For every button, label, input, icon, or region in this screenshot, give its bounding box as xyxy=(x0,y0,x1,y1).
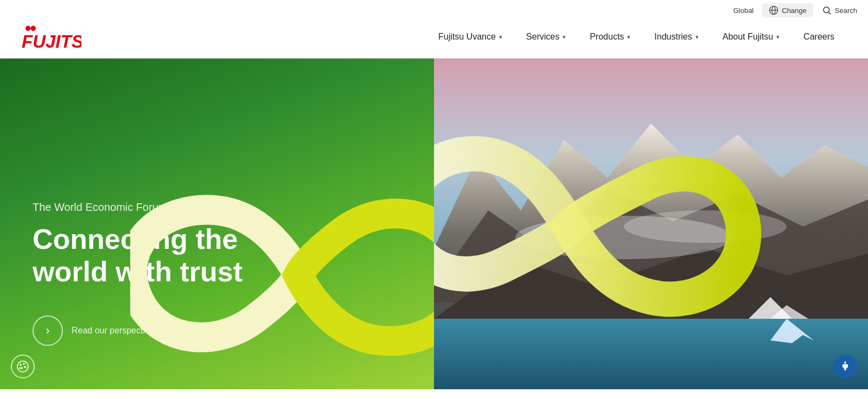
cookie-icon xyxy=(16,360,29,373)
infinity-symbol-left xyxy=(130,162,467,389)
svg-point-6 xyxy=(31,25,36,30)
svg-point-9 xyxy=(20,364,21,365)
nav-item-industries[interactable]: Industries ▾ xyxy=(642,17,710,58)
svg-line-4 xyxy=(828,12,831,14)
search-button[interactable]: Search xyxy=(822,5,857,15)
globe-icon xyxy=(769,5,778,15)
region-change-button[interactable]: Change xyxy=(762,3,813,17)
chevron-down-icon: ▾ xyxy=(627,34,630,41)
nav-item-careers[interactable]: Careers xyxy=(792,17,846,58)
svg-text:FUJITSU: FUJITSU xyxy=(22,31,81,51)
nav-item-products[interactable]: Products ▾ xyxy=(578,17,642,58)
nav-item-fujitsu-uvance[interactable]: Fujitsu Uvance ▾ xyxy=(426,17,514,58)
fujitsu-logo[interactable]: FUJITSU xyxy=(22,22,81,54)
svg-point-13 xyxy=(20,368,21,369)
search-icon xyxy=(822,5,832,15)
svg-point-24 xyxy=(844,362,846,364)
cookie-settings-button[interactable] xyxy=(11,355,35,378)
hero-left-panel: The World Economic Forum Connecting thew… xyxy=(0,59,434,389)
main-navigation: FUJITSU Fujitsu Uvance ▾ Services ▾ Prod… xyxy=(0,17,868,58)
accessibility-button[interactable] xyxy=(833,355,857,378)
fujitsu-logo-svg: FUJITSU xyxy=(22,22,81,54)
chevron-down-icon: ▾ xyxy=(695,34,699,41)
svg-point-3 xyxy=(824,7,829,13)
svg-point-10 xyxy=(23,363,24,364)
nav-menu: Fujitsu Uvance ▾ Services ▾ Products ▾ I… xyxy=(426,17,846,58)
svg-point-5 xyxy=(25,25,30,30)
accessibility-icon xyxy=(839,361,851,372)
change-label: Change xyxy=(782,7,807,15)
svg-point-8 xyxy=(17,361,28,372)
header-top-bar: Global Change Search xyxy=(0,0,868,17)
svg-point-12 xyxy=(21,368,22,369)
site-header: Global Change Search xyxy=(0,0,868,59)
region-label: Global xyxy=(733,7,754,15)
hero-section: The World Economic Forum Connecting thew… xyxy=(0,59,868,389)
arrow-right-icon: › xyxy=(46,324,49,338)
cta-arrow-button[interactable]: › xyxy=(33,316,63,346)
infinity-symbol-right xyxy=(434,59,814,389)
chevron-down-icon: ▾ xyxy=(563,34,566,41)
nav-item-services[interactable]: Services ▾ xyxy=(514,17,578,58)
hero-right-panel xyxy=(434,59,868,389)
chevron-down-icon: ▾ xyxy=(776,34,780,41)
svg-point-11 xyxy=(24,366,25,368)
chevron-down-icon: ▾ xyxy=(499,34,502,41)
nav-item-about[interactable]: About Fujitsu ▾ xyxy=(711,17,792,58)
search-label: Search xyxy=(835,7,857,15)
